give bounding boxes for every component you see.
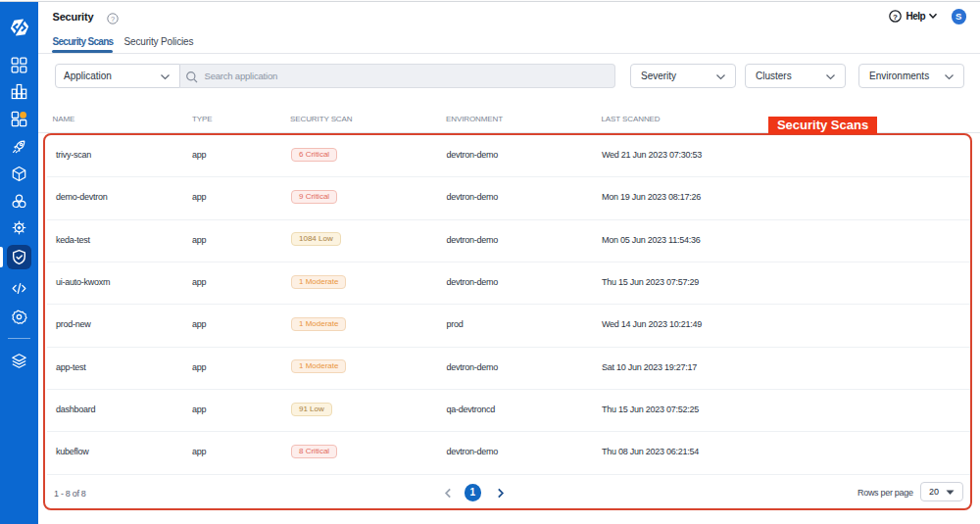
- svg-text:?: ?: [111, 15, 115, 24]
- svg-text:?: ?: [893, 13, 898, 22]
